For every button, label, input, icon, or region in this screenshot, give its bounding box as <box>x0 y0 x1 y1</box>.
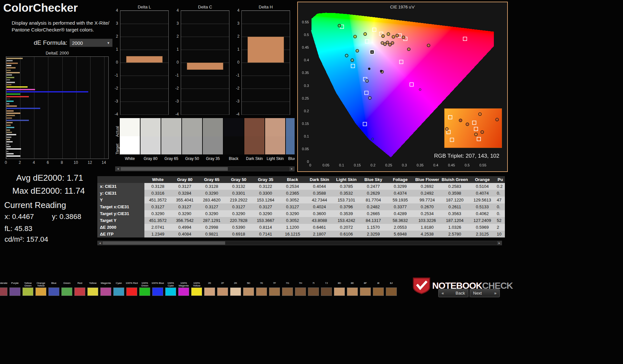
deltae-bar <box>6 110 14 112</box>
patch-2k[interactable]: 2K <box>229 282 242 297</box>
table-cell: 0.3284 <box>171 190 198 197</box>
de-formula-select[interactable]: 2000 ▼ <box>69 39 113 47</box>
next-button-label: Next <box>473 291 482 296</box>
patch-color <box>0 287 7 296</box>
patch-100-red[interactable]: 100% Red <box>125 282 138 297</box>
patch-label: 7J <box>320 282 333 287</box>
patch-purple[interactable]: Purple <box>8 282 21 297</box>
cie-measurement-marker <box>345 54 348 57</box>
patch-label: Moderate <box>0 282 8 287</box>
patch-8i[interactable]: 8I <box>372 282 385 297</box>
delta-gridline <box>120 115 168 115</box>
swatch-dark-skin[interactable] <box>244 118 264 154</box>
patch-label: Cyan <box>112 282 125 287</box>
table-cell: 47 <box>496 197 505 203</box>
deltae-bar <box>6 148 21 150</box>
patch-5d[interactable]: 5D <box>242 282 255 297</box>
back-button[interactable]: « Back <box>438 289 468 297</box>
patch-100-blue[interactable]: 100% Blue <box>151 282 164 297</box>
table-cell: 0.2072 <box>333 224 360 231</box>
swatch-name-label: Blue Sky <box>286 156 295 161</box>
cie-measurement-marker <box>382 35 385 38</box>
delta-y-tick: -3 <box>172 99 179 103</box>
patch-7j[interactable]: 7J <box>320 282 333 297</box>
patch-green[interactable]: Green <box>60 282 73 297</box>
swatch-gray-80[interactable] <box>140 118 161 154</box>
patch-7h[interactable]: 7H <box>294 282 307 297</box>
table-scrollbar-thumb[interactable] <box>103 241 225 245</box>
patch-100-magenta[interactable]: 100% Magenta <box>177 282 190 297</box>
table-cell: 0.2534 <box>279 183 306 190</box>
deltae-x-tick: 0 <box>3 160 8 165</box>
patch-100-green[interactable]: 100% Green <box>138 282 151 297</box>
patch-2f[interactable]: 2F <box>216 282 229 297</box>
patch-8d[interactable]: 8D <box>333 282 346 297</box>
cie-u-tick: 0.15 <box>352 163 363 167</box>
delta-y-tick: 4 <box>112 8 118 13</box>
patch-moderate[interactable]: Moderate <box>0 282 8 297</box>
patch-yellow-green[interactable]: Yellow Green <box>21 282 34 297</box>
inset-measurement-marker <box>481 131 484 134</box>
patch-color <box>35 287 46 296</box>
patch-8j[interactable]: 8J <box>385 282 398 297</box>
swatch-gray-65[interactable] <box>161 118 181 154</box>
patch-8e[interactable]: 8E <box>346 282 359 297</box>
table-cell: 0. <box>496 203 505 210</box>
delta-y-tick: -1 <box>233 73 239 78</box>
delta-y-tick: -2 <box>233 86 239 91</box>
swatch-gray-35[interactable] <box>203 118 223 154</box>
swatch-white[interactable] <box>120 118 140 154</box>
table-cell: 153.4242 <box>333 217 360 224</box>
patch-label: Magenta <box>99 282 112 287</box>
table-row-label: Y <box>97 197 144 203</box>
patch-2e[interactable]: 2E <box>203 282 216 297</box>
table-cell: 52 <box>496 217 505 224</box>
patch-magenta[interactable]: Magenta <box>99 282 112 297</box>
patch-7g[interactable]: 7G <box>281 282 294 297</box>
swatch-light-skin[interactable] <box>265 118 285 154</box>
delta-y-tick: -1 <box>112 73 118 78</box>
patch-7f[interactable]: 7F <box>268 282 281 297</box>
cie-v-tick: 0.55 <box>299 20 309 24</box>
chevron-down-icon: ▼ <box>107 41 110 45</box>
next-button[interactable]: Next » <box>470 289 500 297</box>
swatch-blue-sky[interactable] <box>286 118 295 154</box>
table-cell: 0.2477 <box>360 183 387 190</box>
deltae-bar <box>6 93 20 95</box>
swatch-actual-color <box>161 118 181 136</box>
table-cell: 1.2349 <box>144 231 171 237</box>
swatch-scrollbar[interactable]: ◄ ► <box>115 166 295 171</box>
patch-7i[interactable]: 7I <box>307 282 320 297</box>
patch-cyan[interactable]: Cyan <box>112 282 125 297</box>
table-scroll-right-icon[interactable]: ► <box>497 241 502 245</box>
patch-100-yellow[interactable]: 100% Yellow <box>190 282 203 297</box>
table-cell: 220.7828 <box>225 217 252 224</box>
swatch-gray-50[interactable] <box>182 118 202 154</box>
delta-y-tick: -4 <box>112 112 118 116</box>
scroll-right-icon[interactable]: ► <box>289 167 294 171</box>
patch-label: 100% Blue <box>151 282 164 287</box>
table-cell: 127.2409 <box>469 217 496 224</box>
table-cell: 0.3316 <box>144 190 171 197</box>
patch-orange-yellow[interactable]: Orange Yellow <box>34 282 47 297</box>
scroll-left-icon[interactable]: ◄ <box>116 167 120 171</box>
table-cell: 0.3290 <box>252 210 279 217</box>
table-row: Target x:CIE310.31270.31270.31270.31270.… <box>97 203 505 210</box>
patch-yellow[interactable]: Yellow <box>86 282 99 297</box>
patch-red[interactable]: Red <box>73 282 86 297</box>
patch-color <box>282 287 293 296</box>
table-scrollbar[interactable]: ◄ ► <box>97 241 502 245</box>
patch-8f[interactable]: 8F <box>359 282 372 297</box>
patch-7e[interactable]: 7E <box>255 282 268 297</box>
table-cell: 0.3539 <box>333 210 360 217</box>
table-cell: 0.3128 <box>144 183 171 190</box>
cie-v-tick: 0.2 <box>299 109 309 113</box>
swatch-black[interactable] <box>224 118 244 154</box>
table-cell: 451.3572 <box>144 217 171 224</box>
max-de2000: Max dE2000: 11.74 <box>12 186 85 196</box>
patch-blue[interactable]: Blue <box>47 282 60 297</box>
table-cell: 356.7542 <box>171 217 198 224</box>
patch-100-cyan[interactable]: 100% Cyan <box>164 282 177 297</box>
table-scroll-left-icon[interactable]: ◄ <box>98 241 102 245</box>
swatch-scrollbar-thumb[interactable] <box>121 167 228 171</box>
